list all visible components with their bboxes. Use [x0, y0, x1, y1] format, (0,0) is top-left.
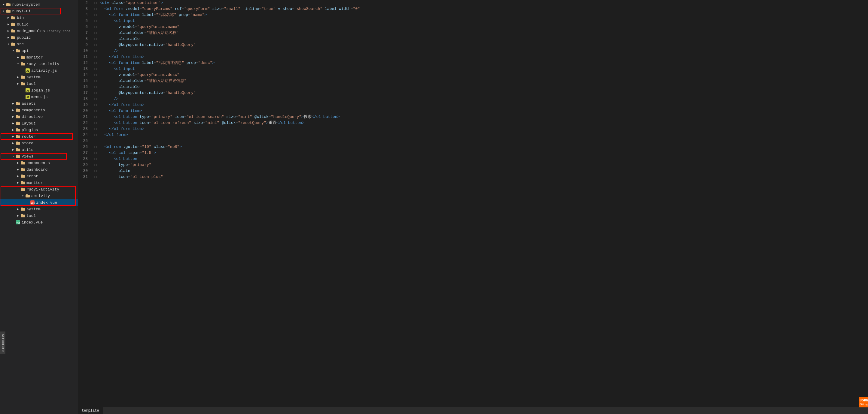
code-line-10: 10 />	[78, 48, 868, 54]
line-content-23: </el-form-item>	[98, 126, 868, 132]
tool-icon	[21, 81, 25, 86]
tree-item-ruoyi-activity[interactable]: ▾ruoyi-activity	[0, 61, 78, 67]
tree-item-menu-js[interactable]: JSmenu.js	[0, 94, 78, 100]
line-gutter-20	[93, 108, 98, 114]
tree-item-components[interactable]: ▶components	[0, 107, 78, 113]
tree-item-api[interactable]: ▾api	[0, 47, 78, 54]
tree-item-ruoyi-activity2[interactable]: ▾ruoyi-activity	[0, 186, 78, 193]
build-label: build	[17, 22, 29, 27]
tree-item-directive[interactable]: ▶directive	[0, 113, 78, 120]
line-number-31: 31	[78, 174, 93, 180]
tree-item-dashboard[interactable]: ▶dashboard	[0, 166, 78, 173]
monitor2-label: monitor	[26, 181, 43, 185]
file-tree-panel: ▶ruovi-system▾ruoyi-ui▶bin▶build▶node_mo…	[0, 0, 78, 414]
tree-item-system2[interactable]: ▶system	[0, 206, 78, 212]
store-label: store	[22, 141, 33, 145]
line-gutter-18	[93, 96, 98, 102]
line-content-14: v-model="queryParams.desc"	[98, 72, 868, 78]
ruoyi-ui-icon	[6, 9, 11, 13]
tab-template[interactable]: template	[78, 407, 103, 414]
system2-label: system	[26, 207, 40, 211]
utils-icon	[16, 147, 21, 152]
tree-item-error[interactable]: ▶error	[0, 173, 78, 179]
line-content-27: <el-col :span="1.5">	[98, 150, 868, 156]
line-content-13: <el-input	[98, 66, 868, 72]
line-number-3: 3	[78, 6, 93, 12]
tree-item-index-vue[interactable]: VUEindex.vue	[0, 199, 78, 206]
ruoyi-activity-icon	[21, 62, 25, 66]
system-label: system	[26, 75, 40, 79]
line-number-30: 30	[78, 168, 93, 174]
line-number-12: 12	[78, 60, 93, 66]
tree-item-views-components[interactable]: ▶components	[0, 160, 78, 166]
tree-item-index-vue2[interactable]: VUEindex.vue	[0, 219, 78, 226]
tree-item-ruovi-system[interactable]: ▶ruovi-system	[0, 1, 78, 8]
svg-text:JS: JS	[26, 90, 29, 92]
tree-item-assets[interactable]: ▶assets	[0, 100, 78, 107]
code-line-2: 2<div class="app-container">	[78, 0, 868, 6]
layout-label: layout	[22, 121, 36, 126]
line-gutter-15	[93, 78, 98, 84]
tree-item-system[interactable]: ▶system	[0, 74, 78, 80]
line-content-15: placeholder="请输入活动描述信息"	[98, 78, 868, 84]
tree-item-activity-js[interactable]: JSactivity.js	[0, 67, 78, 74]
views-label: views	[22, 154, 33, 159]
system2-icon	[21, 207, 25, 211]
tree-item-login-js[interactable]: JSlogin.js	[0, 87, 78, 94]
assets-label: assets	[22, 101, 36, 106]
tree-item-src[interactable]: ▾src	[0, 41, 78, 47]
code-line-12: 12 <el-form-item label="活动描述信息" prop="de…	[78, 60, 868, 66]
tree-item-utils[interactable]: ▶utils	[0, 146, 78, 153]
router-icon	[16, 134, 21, 139]
line-number-6: 6	[78, 24, 93, 30]
line-content-8: clearable	[98, 36, 868, 42]
tree-item-tool[interactable]: ▶tool	[0, 80, 78, 87]
tree-item-store[interactable]: ▶store	[0, 140, 78, 146]
code-editor[interactable]: 2<div class="app-container">3 <el-form :…	[78, 0, 868, 407]
structure-tab[interactable]: Structure	[0, 332, 5, 354]
code-line-3: 3 <el-form :model="queryParams" ref="que…	[78, 6, 868, 12]
tree-item-router[interactable]: ▶router	[0, 133, 78, 140]
line-gutter-13	[93, 66, 98, 72]
line-gutter-27	[93, 150, 98, 156]
tree-item-monitor[interactable]: ▶monitor	[0, 54, 78, 61]
router-label: router	[22, 134, 36, 139]
line-number-20: 20	[78, 108, 93, 114]
line-content-11: </el-form-item>	[98, 54, 868, 60]
tree-item-activity-folder[interactable]: ▾activity	[0, 193, 78, 199]
tree-item-node_modules[interactable]: ▶node_moduleslibrary root	[0, 28, 78, 34]
code-line-7: 7 placeholder="请输入活动名称"	[78, 30, 868, 36]
tree-item-build[interactable]: ▶build	[0, 21, 78, 28]
tree-item-plugins[interactable]: ▶plugins	[0, 127, 78, 133]
code-line-21: 21 <el-button type="primary" icon="el-ic…	[78, 114, 868, 120]
line-gutter-6	[93, 24, 98, 30]
line-gutter-4	[93, 12, 98, 18]
components-label: components	[22, 108, 45, 112]
line-content-21: <el-button type="primary" icon="el-icon-…	[98, 114, 868, 120]
src-label: src	[17, 42, 24, 46]
line-gutter-26	[93, 144, 98, 150]
line-number-11: 11	[78, 54, 93, 60]
node_modules-label: node_moduleslibrary root	[17, 29, 71, 33]
code-line-25: 25	[78, 138, 868, 144]
line-gutter-7	[93, 30, 98, 36]
dashboard-icon	[21, 167, 25, 172]
line-content-17: @keyup.enter.native="handleQuery"	[98, 90, 868, 96]
line-gutter-21	[93, 114, 98, 120]
tree-item-layout[interactable]: ▶layout	[0, 120, 78, 127]
line-number-16: 16	[78, 84, 93, 90]
line-gutter-25	[93, 138, 98, 144]
line-content-18: />	[98, 96, 868, 102]
monitor-label: monitor	[26, 55, 43, 60]
tree-item-monitor2[interactable]: ▶monitor	[0, 179, 78, 186]
line-content-20: <el-form-item>	[98, 108, 868, 114]
tree-item-public[interactable]: ▶public	[0, 34, 78, 41]
line-number-26: 26	[78, 144, 93, 150]
tree-item-views[interactable]: ▾views	[0, 153, 78, 160]
line-content-25	[98, 138, 868, 144]
tree-item-tool2[interactable]: ▶tool	[0, 212, 78, 219]
tree-item-bin[interactable]: ▶bin	[0, 14, 78, 21]
index-vue2-icon: VUE	[16, 220, 21, 225]
tree-item-ruoyi-ui[interactable]: ▾ruoyi-ui	[0, 8, 78, 14]
views-icon	[16, 154, 21, 159]
